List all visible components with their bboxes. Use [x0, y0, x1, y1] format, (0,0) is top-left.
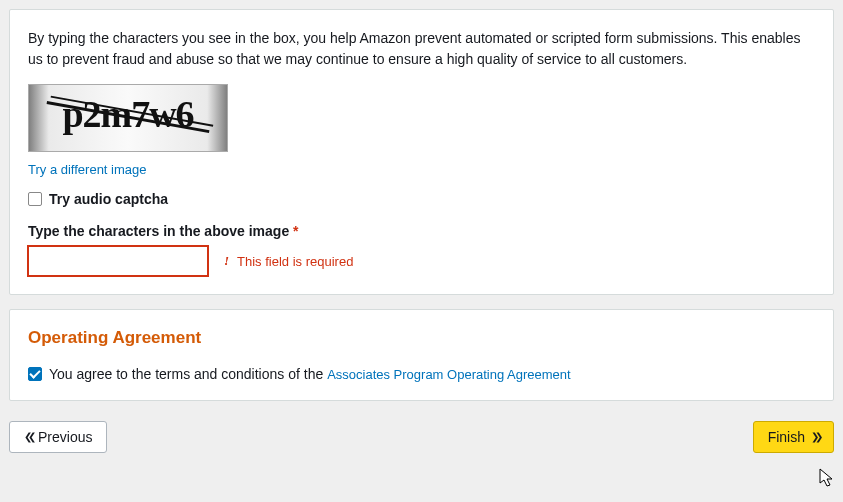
captcha-error-text: This field is required: [237, 254, 353, 269]
footer-buttons: ❮❮ Previous Finish ❯❯: [9, 415, 834, 453]
operating-agreement-title: Operating Agreement: [28, 328, 815, 348]
captcha-intro-text: By typing the characters you see in the …: [28, 28, 815, 70]
chevron-left-icon: ❮❮: [24, 432, 32, 442]
captcha-section: By typing the characters you see in the …: [9, 9, 834, 295]
captcha-input-label: Type the characters in the above image *: [28, 223, 815, 239]
chevron-right-icon: ❯❯: [811, 432, 819, 442]
finish-button[interactable]: Finish ❯❯: [753, 421, 834, 453]
finish-button-label: Finish: [768, 429, 805, 445]
captcha-image: p2m7w6: [28, 84, 228, 152]
audio-captcha-label: Try audio captcha: [49, 191, 168, 207]
error-icon: !: [224, 253, 229, 269]
captcha-text: p2m7w6: [62, 92, 193, 136]
mouse-cursor-icon: [819, 468, 835, 488]
agree-checkbox[interactable]: [28, 367, 42, 381]
audio-captcha-row[interactable]: Try audio captcha: [28, 191, 815, 207]
try-different-image-link[interactable]: Try a different image: [28, 162, 147, 177]
operating-agreement-section: Operating Agreement You agree to the ter…: [9, 309, 834, 401]
required-asterisk: *: [293, 223, 298, 239]
previous-button-label: Previous: [38, 429, 92, 445]
agree-row[interactable]: You agree to the terms and conditions of…: [28, 366, 815, 382]
previous-button[interactable]: ❮❮ Previous: [9, 421, 107, 453]
operating-agreement-link[interactable]: Associates Program Operating Agreement: [327, 367, 571, 382]
captcha-error: ! This field is required: [224, 253, 353, 269]
captcha-input[interactable]: [28, 246, 208, 276]
agree-text: You agree to the terms and conditions of…: [49, 366, 571, 382]
audio-captcha-checkbox[interactable]: [28, 192, 42, 206]
